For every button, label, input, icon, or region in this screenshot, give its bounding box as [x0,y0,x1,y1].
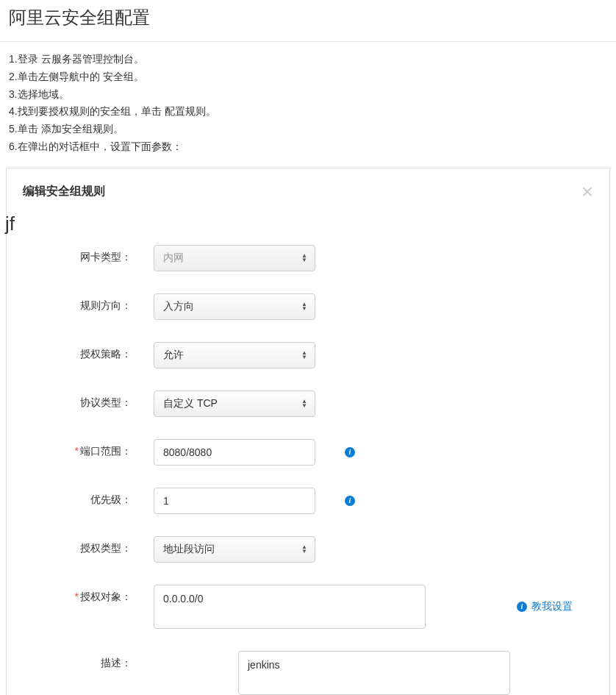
textarea-value: 0.0.0.0/0 [163,593,204,605]
select-value: 地址段访问 [163,543,215,556]
row-rule-direction: 规则方向： 入方向 ▲▼ [21,293,595,320]
row-auth-object: *授权对象： 0.0.0.0/0 i 教我设置 [21,585,595,629]
dialog-header: 编辑安全组规则 × [7,168,609,215]
label-priority: 优先级： [21,488,154,507]
chevron-updown-icon: ▲▼ [301,545,307,554]
help-link[interactable]: 教我设置 [531,600,573,613]
chevron-updown-icon: ▲▼ [301,351,307,360]
select-value: 允许 [163,349,184,362]
chevron-updown-icon: ▲▼ [301,302,307,311]
dialog: jf 编辑安全组规则 × 网卡类型： 内网 ▲▼ 规则方向： 入方向 ▲▼ [6,168,610,695]
label-rule-direction: 规则方向： [21,293,154,313]
select-value: 入方向 [163,300,194,313]
select-protocol[interactable]: 自定义 TCP ▲▼ [154,391,315,417]
label-description: 描述： [21,651,154,670]
step-item: 3.选择地域。 [9,86,607,104]
select-auth-type[interactable]: 地址段访问 ▲▼ [154,536,315,563]
select-value: 内网 [163,252,184,265]
info-icon[interactable]: i [345,496,355,506]
select-value: 自定义 TCP [163,397,218,410]
select-nic-type[interactable]: 内网 ▲▼ [154,245,315,271]
label-auth-object: *授权对象： [21,585,154,604]
required-mark: * [75,591,79,602]
row-description: 描述： jenkins 长度为2-256个字符，不能以http://或https… [21,651,595,695]
step-item: 6.在弹出的对话框中，设置下面参数： [9,138,607,156]
input-value: 8080/8080 [163,446,212,458]
row-auth-policy: 授权策略： 允许 ▲▼ [21,342,595,368]
row-nic-type: 网卡类型： 内网 ▲▼ [21,245,595,271]
label-auth-type: 授权类型： [21,536,154,555]
form-body: 网卡类型： 内网 ▲▼ 规则方向： 入方向 ▲▼ 授权策略： 允许 [7,215,609,695]
row-auth-type: 授权类型： 地址段访问 ▲▼ [21,536,595,563]
label-nic-type: 网卡类型： [21,245,154,264]
help-link-wrap: i 教我设置 [517,600,573,613]
select-rule-direction[interactable]: 入方向 ▲▼ [154,293,315,320]
step-item: 5.单击 添加安全组规则。 [9,121,607,138]
input-port-range[interactable]: 8080/8080 [154,439,315,466]
input-value: 1 [163,495,169,507]
textarea-description[interactable]: jenkins [238,651,510,695]
textarea-value: jenkins [248,659,280,671]
close-icon[interactable]: × [581,182,593,202]
title-divider [0,41,616,42]
page-title: 阿里云安全组配置 [0,0,616,38]
label-auth-policy: 授权策略： [21,342,154,361]
required-mark: * [75,445,79,457]
select-auth-policy[interactable]: 允许 ▲▼ [154,342,315,368]
chevron-updown-icon: ▲▼ [301,254,307,263]
dialog-title: 编辑安全组规则 [23,184,105,199]
info-icon[interactable]: i [345,447,355,457]
steps-list: 1.登录 云服务器管理控制台。 2.单击左侧导航中的 安全组。 3.选择地域。 … [0,51,616,156]
chevron-updown-icon: ▲▼ [301,399,307,408]
row-port-range: *端口范围： 8080/8080 i [21,439,595,466]
step-item: 2.单击左侧导航中的 安全组。 [9,68,607,86]
row-priority: 优先级： 1 i [21,488,595,514]
info-icon[interactable]: i [517,602,527,612]
input-priority[interactable]: 1 [154,488,315,514]
label-port-range: *端口范围： [21,439,154,458]
step-item: 4.找到要授权规则的安全组，单击 配置规则。 [9,103,607,121]
textarea-auth-object[interactable]: 0.0.0.0/0 [154,585,426,629]
label-protocol: 协议类型： [21,391,154,410]
step-item: 1.登录 云服务器管理控制台。 [9,51,607,68]
row-protocol: 协议类型： 自定义 TCP ▲▼ [21,391,595,417]
